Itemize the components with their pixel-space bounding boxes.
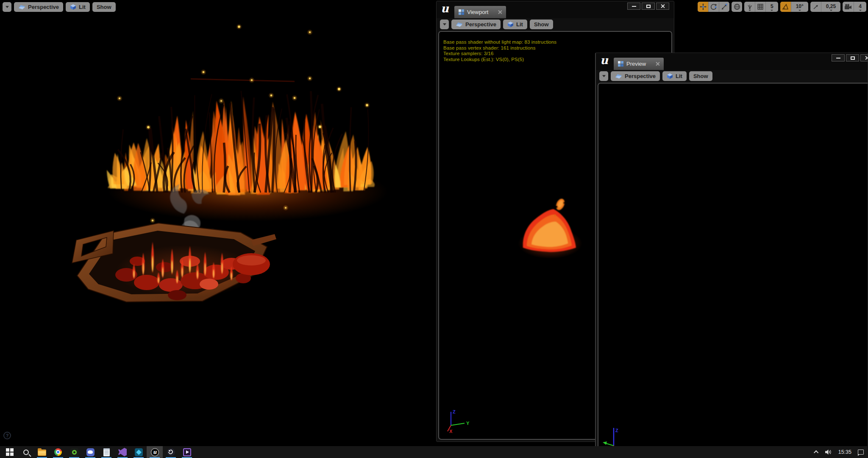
rotate-tool-button[interactable] <box>708 2 719 12</box>
stats-line: Base pass shader without light map: 83 i… <box>443 39 671 45</box>
perspective-plane-icon <box>18 4 25 10</box>
grid-snap-value-label: 5 <box>768 3 776 11</box>
lit-button[interactable]: Lit <box>503 20 527 29</box>
viewport-options-dropdown[interactable] <box>440 20 449 29</box>
globe-icon <box>734 3 740 10</box>
visual-studio-icon <box>118 448 127 456</box>
help-icon[interactable]: ? <box>3 432 11 439</box>
show-label: Show <box>534 21 549 28</box>
viewport-tab-label: Viewport <box>467 9 488 15</box>
taskbar-icon-obs-studio[interactable] <box>163 446 179 458</box>
perspective-button[interactable]: Perspective <box>611 71 660 81</box>
windows-logo-icon <box>6 448 14 456</box>
scale-snap-value[interactable]: 0,25 <box>821 2 840 12</box>
move-tool-button[interactable] <box>698 2 708 12</box>
lit-label: Lit <box>79 4 86 10</box>
maximize-icon <box>851 56 855 60</box>
angle-snap-button[interactable] <box>780 2 791 12</box>
taskbar-icon-movies-tv[interactable] <box>179 446 195 458</box>
perspective-label: Perspective <box>28 4 59 10</box>
move-icon <box>700 3 707 10</box>
scale-tool-button[interactable] <box>719 2 729 12</box>
lit-button[interactable]: Lit <box>662 71 687 81</box>
taskbar-icon-chrome[interactable] <box>50 446 66 458</box>
grid-snap-value[interactable]: 5 <box>765 2 778 12</box>
viewport-tab-icon <box>459 9 464 15</box>
action-center-icon[interactable] <box>858 450 864 455</box>
show-label: Show <box>97 4 111 10</box>
blue-gem-app-icon <box>135 448 143 456</box>
scale-snap-icon <box>812 4 819 10</box>
grid-icon <box>757 3 764 10</box>
desktop: Perspective Lit Show <box>0 0 868 458</box>
show-label: Show <box>693 73 708 79</box>
taskbar-icon-discord[interactable] <box>82 446 98 458</box>
close-button[interactable] <box>860 54 868 61</box>
viewport-options-dropdown[interactable] <box>3 2 11 12</box>
maximize-button[interactable] <box>846 54 859 61</box>
minimize-icon <box>632 6 636 7</box>
camera-icon <box>844 4 852 10</box>
taskbar-icon-file-explorer[interactable] <box>34 446 50 458</box>
viewport-options-dropdown[interactable] <box>599 71 608 81</box>
grid-snap-button[interactable] <box>755 2 765 12</box>
volume-icon[interactable] <box>825 449 832 455</box>
maximize-button[interactable] <box>642 3 655 10</box>
viewport-tab[interactable]: Viewport <box>454 6 506 18</box>
taskbar-icon-blue-gem-app[interactable] <box>131 446 147 458</box>
minimize-button[interactable] <box>832 54 845 61</box>
preview-tab[interactable]: Preview <box>614 58 664 70</box>
lit-label: Lit <box>676 73 682 79</box>
minimize-button[interactable] <box>627 3 640 10</box>
preview-window-toolbar: Perspective Lit Show <box>599 71 712 81</box>
viewport-window-titlebar[interactable]: u Viewport <box>437 1 674 18</box>
show-button[interactable]: Show <box>530 20 553 29</box>
tray-expand-chevron-icon[interactable] <box>814 450 818 455</box>
system-tray: 15:35 <box>815 446 864 458</box>
close-button[interactable] <box>656 3 669 10</box>
surface-snap-icon <box>746 4 753 10</box>
preview-window[interactable]: u Preview Perspective Lit <box>595 53 868 458</box>
axis-z-label: Z <box>453 409 456 414</box>
perspective-button[interactable]: Perspective <box>14 2 63 12</box>
stats-line: Base pass vertex shader: 161 instruction… <box>443 45 671 51</box>
perspective-button[interactable]: Perspective <box>451 20 501 29</box>
tab-close-icon[interactable] <box>498 10 502 14</box>
chevron-down-icon <box>798 10 801 11</box>
chevron-down-icon <box>602 75 606 77</box>
angle-snap-icon <box>782 3 789 10</box>
surface-snap-button[interactable] <box>744 2 755 12</box>
taskbar-icon-visual-studio[interactable] <box>114 446 131 458</box>
show-button[interactable]: Show <box>92 2 116 12</box>
folder-icon <box>38 450 46 456</box>
camera-speed-button[interactable] <box>843 2 854 12</box>
taskbar-icon-green-ring-app[interactable] <box>66 446 82 458</box>
preview-tab-label: Preview <box>626 61 646 67</box>
flame-ember <box>554 198 566 212</box>
taskbar-icon-unreal-engine[interactable]: u <box>147 446 163 458</box>
tab-close-icon[interactable] <box>656 62 659 66</box>
angle-snap-value[interactable]: 10° <box>791 2 808 12</box>
start-button[interactable] <box>2 446 18 458</box>
scale-snap-button[interactable] <box>810 2 821 12</box>
minimize-icon <box>836 58 840 59</box>
preview-tab-icon <box>618 61 623 67</box>
preview-render-area[interactable]: Z <box>598 83 868 458</box>
chevron-down-icon <box>859 10 862 11</box>
taskbar-search-button[interactable] <box>18 446 34 458</box>
lit-button[interactable]: Lit <box>66 2 90 12</box>
camera-speed-value-label: 4 <box>856 3 865 11</box>
viewport-window-controls <box>627 3 669 10</box>
show-button[interactable]: Show <box>689 71 712 81</box>
camera-speed-value[interactable]: 4 <box>854 2 866 12</box>
world-coordinate-button[interactable] <box>732 2 742 12</box>
taskbar-icon-notepad[interactable] <box>98 446 114 458</box>
unreal-logo: u <box>600 54 608 67</box>
notepad-icon <box>103 448 110 456</box>
rotate-icon <box>710 3 717 10</box>
preview-window-titlebar[interactable]: u Preview <box>596 53 868 70</box>
clock[interactable]: 15:35 <box>838 449 851 455</box>
unreal-engine-icon: u <box>151 448 159 456</box>
material-flame-preview <box>516 195 584 259</box>
axis-z-label: Z <box>615 428 618 433</box>
